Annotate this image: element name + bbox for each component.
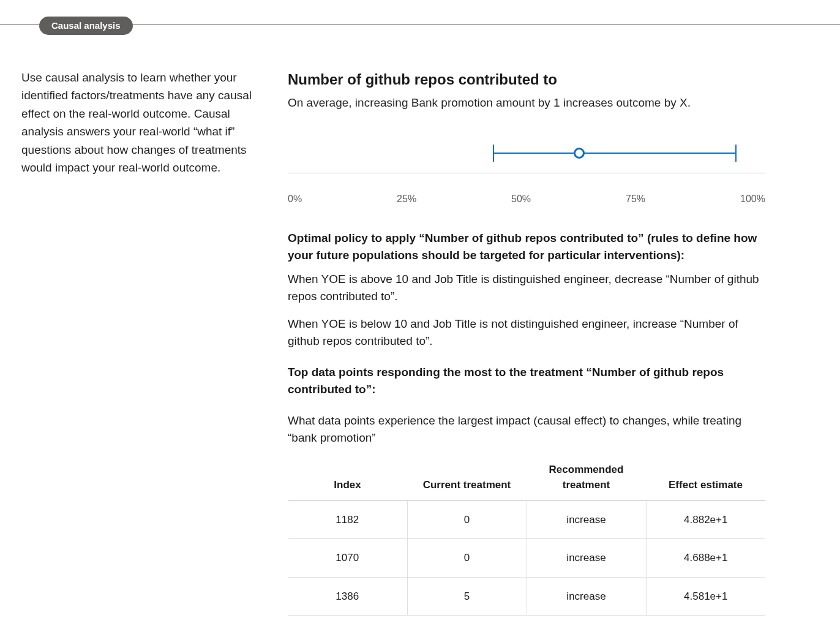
ci-tick-labels: 0%25%50%75%100% <box>288 192 765 206</box>
table-cell: 4.882e+1 <box>646 500 765 539</box>
table-cell: 1070 <box>288 539 407 578</box>
table-cell: increase <box>527 539 646 578</box>
tick-label: 100% <box>740 192 765 206</box>
main-column: Number of github repos contributed to On… <box>288 69 765 616</box>
table-row: 11820increase4.882e+1 <box>288 500 765 539</box>
table-cell: 4.688e+1 <box>646 539 765 578</box>
table-body: 11820increase4.882e+110700increase4.688e… <box>288 500 765 616</box>
table-cell: 4.581e+1 <box>646 577 765 616</box>
intro-text: Use causal analysis to learn whether you… <box>21 69 263 616</box>
table-header: Recommended treatment <box>527 457 646 501</box>
top-data-desc: What data points experience the largest … <box>288 412 765 447</box>
content-area: Use causal analysis to learn whether you… <box>21 69 819 616</box>
table-cell: 0 <box>407 500 527 539</box>
table-cell: increase <box>527 500 646 539</box>
ci-point-marker <box>574 148 585 159</box>
table-cell: 1386 <box>288 577 407 616</box>
ci-chart <box>288 137 765 186</box>
table-cell: 5 <box>407 577 527 616</box>
table-cell: 0 <box>407 539 527 578</box>
table-cell: 1182 <box>288 500 407 539</box>
table-header: Current treatment <box>407 457 527 501</box>
tick-label: 50% <box>511 192 531 206</box>
tick-label: 75% <box>626 192 645 206</box>
table-row: 10700increase4.688e+1 <box>288 539 765 578</box>
section-pill: Causal analysis <box>39 17 133 35</box>
ci-axis <box>288 173 765 173</box>
top-data-table: IndexCurrent treatmentRecommended treatm… <box>288 457 765 616</box>
tick-label: 25% <box>397 192 416 206</box>
feature-subtitle: On average, increasing Bank promotion am… <box>288 94 765 112</box>
tick-label: 0% <box>288 192 302 206</box>
table-header: Effect estimate <box>646 457 765 501</box>
policy-heading: Optimal policy to apply “Number of githu… <box>288 230 765 265</box>
policy-rule-2: When YOE is below 10 and Job Title is no… <box>288 315 765 350</box>
table-header-row: IndexCurrent treatmentRecommended treatm… <box>288 457 765 501</box>
top-data-heading: Top data points responding the most to t… <box>288 364 765 399</box>
table-header: Index <box>288 457 407 501</box>
policy-rule-1: When YOE is above 10 and Job Title is di… <box>288 271 765 306</box>
ci-bar <box>493 153 737 154</box>
table-row: 13865increase4.581e+1 <box>288 577 765 616</box>
feature-title: Number of github repos contributed to <box>288 69 765 91</box>
table-cell: increase <box>527 577 646 616</box>
